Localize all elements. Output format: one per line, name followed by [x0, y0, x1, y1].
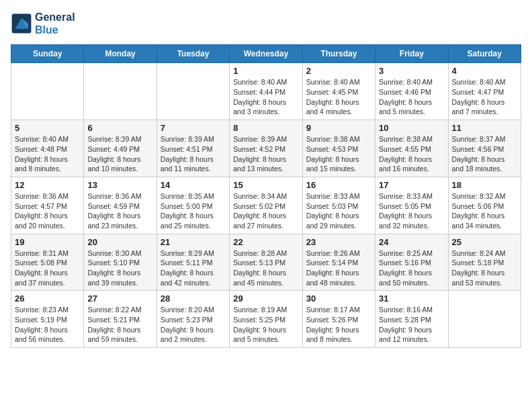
calendar-cell: 23Sunrise: 8:26 AM Sunset: 5:14 PM Dayli…	[302, 234, 375, 291]
day-number: 20	[87, 237, 152, 247]
calendar-cell: 8Sunrise: 8:39 AM Sunset: 4:52 PM Daylig…	[230, 120, 302, 177]
calendar-cell: 14Sunrise: 8:35 AM Sunset: 5:00 PM Dayli…	[157, 177, 229, 234]
calendar-cell	[448, 291, 521, 348]
weekday-header: Sunday	[11, 45, 84, 63]
calendar-week-row: 5Sunrise: 8:40 AM Sunset: 4:48 PM Daylig…	[11, 120, 521, 177]
calendar-cell: 22Sunrise: 8:28 AM Sunset: 5:13 PM Dayli…	[230, 234, 302, 291]
day-info: Sunrise: 8:28 AM Sunset: 5:13 PM Dayligh…	[233, 248, 298, 288]
day-info: Sunrise: 8:33 AM Sunset: 5:03 PM Dayligh…	[306, 191, 371, 231]
calendar-cell: 26Sunrise: 8:23 AM Sunset: 5:19 PM Dayli…	[11, 291, 84, 348]
day-info: Sunrise: 8:16 AM Sunset: 5:28 PM Dayligh…	[379, 305, 444, 345]
day-number: 25	[452, 237, 517, 247]
day-number: 24	[379, 237, 444, 247]
day-info: Sunrise: 8:40 AM Sunset: 4:46 PM Dayligh…	[379, 77, 444, 117]
calendar-cell: 10Sunrise: 8:38 AM Sunset: 4:55 PM Dayli…	[375, 120, 448, 177]
day-info: Sunrise: 8:39 AM Sunset: 4:49 PM Dayligh…	[87, 134, 152, 174]
calendar-cell: 18Sunrise: 8:32 AM Sunset: 5:06 PM Dayli…	[448, 177, 521, 234]
calendar-cell: 3Sunrise: 8:40 AM Sunset: 4:46 PM Daylig…	[375, 63, 448, 120]
calendar-cell: 7Sunrise: 8:39 AM Sunset: 4:51 PM Daylig…	[157, 120, 229, 177]
day-number: 8	[233, 123, 298, 133]
calendar: SundayMondayTuesdayWednesdayThursdayFrid…	[11, 44, 521, 348]
calendar-cell: 2Sunrise: 8:40 AM Sunset: 4:45 PM Daylig…	[302, 63, 375, 120]
header: General Blue	[11, 11, 521, 36]
calendar-header: SundayMondayTuesdayWednesdayThursdayFrid…	[11, 45, 521, 63]
weekday-row: SundayMondayTuesdayWednesdayThursdayFrid…	[11, 45, 521, 63]
day-number: 16	[306, 180, 371, 190]
weekday-header: Friday	[375, 45, 448, 63]
day-number: 10	[379, 123, 444, 133]
day-info: Sunrise: 8:40 AM Sunset: 4:47 PM Dayligh…	[452, 77, 517, 117]
calendar-cell: 21Sunrise: 8:29 AM Sunset: 5:11 PM Dayli…	[157, 234, 229, 291]
calendar-cell: 31Sunrise: 8:16 AM Sunset: 5:28 PM Dayli…	[375, 291, 448, 348]
day-number: 21	[161, 237, 226, 247]
day-number: 27	[87, 293, 152, 304]
calendar-cell: 5Sunrise: 8:40 AM Sunset: 4:48 PM Daylig…	[11, 120, 84, 177]
day-number: 9	[306, 123, 371, 133]
day-info: Sunrise: 8:37 AM Sunset: 4:56 PM Dayligh…	[452, 134, 517, 174]
day-info: Sunrise: 8:40 AM Sunset: 4:45 PM Dayligh…	[306, 77, 371, 117]
day-number: 18	[452, 180, 517, 190]
day-number: 14	[161, 180, 226, 190]
day-info: Sunrise: 8:26 AM Sunset: 5:14 PM Dayligh…	[306, 248, 371, 288]
day-number: 30	[306, 293, 371, 304]
calendar-cell: 17Sunrise: 8:33 AM Sunset: 5:05 PM Dayli…	[375, 177, 448, 234]
day-number: 11	[452, 123, 517, 133]
day-info: Sunrise: 8:30 AM Sunset: 5:10 PM Dayligh…	[87, 248, 152, 288]
calendar-cell: 12Sunrise: 8:36 AM Sunset: 4:57 PM Dayli…	[11, 177, 84, 234]
calendar-cell: 1Sunrise: 8:40 AM Sunset: 4:44 PM Daylig…	[230, 63, 302, 120]
day-number: 22	[233, 237, 298, 247]
day-number: 17	[379, 180, 444, 190]
day-info: Sunrise: 8:23 AM Sunset: 5:19 PM Dayligh…	[15, 305, 80, 345]
calendar-cell: 20Sunrise: 8:30 AM Sunset: 5:10 PM Dayli…	[84, 234, 157, 291]
calendar-week-row: 12Sunrise: 8:36 AM Sunset: 4:57 PM Dayli…	[11, 177, 521, 234]
weekday-header: Saturday	[448, 45, 521, 63]
logo: General Blue	[11, 11, 75, 36]
day-number: 5	[15, 123, 80, 133]
calendar-week-row: 19Sunrise: 8:31 AM Sunset: 5:08 PM Dayli…	[11, 234, 521, 291]
calendar-cell: 6Sunrise: 8:39 AM Sunset: 4:49 PM Daylig…	[84, 120, 157, 177]
calendar-cell: 30Sunrise: 8:17 AM Sunset: 5:26 PM Dayli…	[302, 291, 375, 348]
day-info: Sunrise: 8:36 AM Sunset: 4:59 PM Dayligh…	[87, 191, 152, 231]
calendar-cell	[157, 63, 229, 120]
calendar-body: 1Sunrise: 8:40 AM Sunset: 4:44 PM Daylig…	[11, 63, 521, 348]
day-number: 13	[87, 180, 152, 190]
weekday-header: Monday	[84, 45, 157, 63]
calendar-cell: 11Sunrise: 8:37 AM Sunset: 4:56 PM Dayli…	[448, 120, 521, 177]
day-info: Sunrise: 8:40 AM Sunset: 4:44 PM Dayligh…	[233, 77, 298, 117]
day-info: Sunrise: 8:19 AM Sunset: 5:25 PM Dayligh…	[233, 305, 298, 345]
day-number: 29	[233, 293, 298, 304]
day-number: 31	[379, 293, 444, 304]
day-info: Sunrise: 8:20 AM Sunset: 5:23 PM Dayligh…	[161, 305, 226, 345]
day-info: Sunrise: 8:17 AM Sunset: 5:26 PM Dayligh…	[306, 305, 371, 345]
day-info: Sunrise: 8:34 AM Sunset: 5:02 PM Dayligh…	[233, 191, 298, 231]
day-info: Sunrise: 8:22 AM Sunset: 5:21 PM Dayligh…	[87, 305, 152, 345]
day-info: Sunrise: 8:25 AM Sunset: 5:16 PM Dayligh…	[379, 248, 444, 288]
day-info: Sunrise: 8:39 AM Sunset: 4:51 PM Dayligh…	[161, 134, 226, 174]
calendar-cell: 25Sunrise: 8:24 AM Sunset: 5:18 PM Dayli…	[448, 234, 521, 291]
day-info: Sunrise: 8:33 AM Sunset: 5:05 PM Dayligh…	[379, 191, 444, 231]
calendar-cell: 4Sunrise: 8:40 AM Sunset: 4:47 PM Daylig…	[448, 63, 521, 120]
logo-text: General Blue	[35, 11, 75, 36]
day-number: 28	[161, 293, 226, 304]
day-number: 3	[379, 66, 444, 76]
calendar-cell: 16Sunrise: 8:33 AM Sunset: 5:03 PM Dayli…	[302, 177, 375, 234]
day-number: 2	[306, 66, 371, 76]
day-info: Sunrise: 8:40 AM Sunset: 4:48 PM Dayligh…	[15, 134, 80, 174]
day-number: 1	[233, 66, 298, 76]
day-number: 12	[15, 180, 80, 190]
calendar-cell: 15Sunrise: 8:34 AM Sunset: 5:02 PM Dayli…	[230, 177, 302, 234]
calendar-cell: 13Sunrise: 8:36 AM Sunset: 4:59 PM Dayli…	[84, 177, 157, 234]
day-number: 4	[452, 66, 517, 76]
weekday-header: Wednesday	[230, 45, 302, 63]
calendar-cell: 28Sunrise: 8:20 AM Sunset: 5:23 PM Dayli…	[157, 291, 229, 348]
calendar-week-row: 26Sunrise: 8:23 AM Sunset: 5:19 PM Dayli…	[11, 291, 521, 348]
day-number: 6	[87, 123, 152, 133]
day-info: Sunrise: 8:39 AM Sunset: 4:52 PM Dayligh…	[233, 134, 298, 174]
logo-icon	[11, 13, 32, 34]
day-info: Sunrise: 8:36 AM Sunset: 4:57 PM Dayligh…	[15, 191, 80, 231]
weekday-header: Thursday	[302, 45, 375, 63]
day-info: Sunrise: 8:35 AM Sunset: 5:00 PM Dayligh…	[161, 191, 226, 231]
day-number: 15	[233, 180, 298, 190]
weekday-header: Tuesday	[157, 45, 229, 63]
calendar-cell: 19Sunrise: 8:31 AM Sunset: 5:08 PM Dayli…	[11, 234, 84, 291]
